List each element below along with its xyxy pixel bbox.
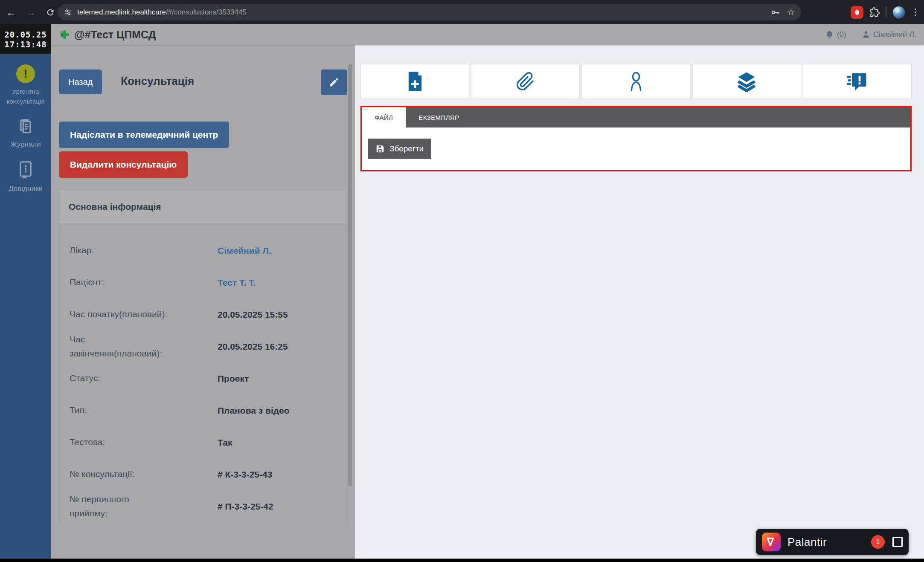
doctor-link[interactable]: Сімейний Л.	[218, 246, 337, 256]
info-row-type: Тип: Планова з відео	[70, 394, 337, 426]
toolbar-button-participants[interactable]	[581, 64, 690, 99]
info-row-status: Статус: Проект	[70, 362, 337, 394]
layers-icon	[736, 71, 757, 92]
toolbar-button-attachments[interactable]	[471, 64, 580, 99]
paperclip-icon	[516, 72, 535, 91]
back-button[interactable]: Назад	[59, 70, 102, 94]
info-row-patient: Пацієнт: Тест Т. Т.	[70, 267, 337, 298]
user-icon	[862, 30, 870, 39]
info-row-start-time: Час початку(плановий): 20.05.2025 15:55	[70, 298, 337, 330]
info-row-test: Тестова: Так	[70, 426, 337, 458]
tab-bar: ФАЙЛ ЕКЗЕМПЛЯР	[362, 107, 910, 127]
palantir-expand-icon[interactable]	[892, 537, 903, 547]
url-host: telemed.medlink.healthcare	[77, 8, 166, 17]
info-value: 20.05.2025 16:25	[218, 342, 337, 352]
info-label: Тестова:	[70, 435, 176, 449]
palantir-label: Palantir	[787, 536, 827, 549]
app-header: @#Тест ЦПМСД (0) Сімейний Л.	[51, 24, 924, 45]
info-value: Планова з відео	[218, 406, 337, 416]
save-button[interactable]: Зберегти	[368, 139, 431, 159]
floppy-disk-icon	[375, 144, 385, 154]
address-bar[interactable]: telemed.medlink.healthcare/#/consultatio…	[58, 4, 801, 20]
site-settings-icon[interactable]	[64, 8, 72, 17]
clock-date: 20.05.25	[4, 30, 47, 39]
tab-file[interactable]: ФАЙЛ	[362, 107, 406, 127]
info-label: Лікар:	[70, 243, 176, 258]
journals-icon	[16, 117, 35, 136]
info-row-consultation-number: № консультації: # К-3-3-25-43	[70, 458, 337, 490]
info-value: Так	[218, 437, 337, 448]
person-outline-icon	[627, 71, 645, 92]
patient-link[interactable]: Тест Т. Т.	[218, 278, 337, 288]
user-menu[interactable]: Сімейний Л.	[862, 30, 916, 39]
info-value: # К-3-3-25-43	[218, 469, 337, 480]
divider	[886, 7, 886, 17]
consultation-panel: Назад Консультація Надіслати в телемедич…	[51, 45, 355, 559]
save-button-label: Зберегти	[389, 144, 424, 154]
info-label: № первинного прийому:	[70, 492, 134, 520]
app-title: @#Тест ЦПМСД	[74, 29, 156, 41]
clock-time: 17:13:48	[4, 40, 47, 49]
urgent-exclamation-icon: !	[16, 64, 35, 83]
card-section-title: Основна інформація	[59, 191, 347, 223]
page-title: Консультація	[121, 75, 194, 88]
info-row-primary-visit-number: № первинного прийому: # П-3-3-25-42	[70, 490, 337, 522]
sidebar-item-journals[interactable]: Журнали	[1, 117, 50, 150]
info-value: # П-3-3-25-42	[218, 501, 337, 512]
content-panel: ФАЙЛ ЕКЗЕМПЛЯР Зберегти	[355, 45, 924, 559]
toolbar-button-comments[interactable]	[803, 64, 912, 99]
main-info-card: Основна інформація Лікар: Сімейний Л. Па…	[59, 191, 347, 526]
comment-alert-icon	[847, 72, 867, 91]
info-row-doctor: Лікар: Сімейний Л.	[70, 235, 337, 267]
send-to-telemed-center-button[interactable]: Надіслати в телемедичний центр	[59, 122, 229, 148]
browser-reload-icon[interactable]	[42, 4, 59, 21]
sidebar-item-handbooks[interactable]: Довідники	[1, 160, 50, 194]
password-key-icon[interactable]	[770, 7, 781, 17]
sidebar-item-label: Довідники	[9, 183, 43, 194]
info-row-end-time: Час закінчення(плановий): 20.05.2025 16:…	[70, 330, 337, 362]
digital-clock: 20.05.25 17:13:48	[0, 24, 51, 54]
screen-bottom-bar	[0, 559, 924, 562]
info-label: Час початку(плановий):	[70, 307, 176, 322]
profile-avatar[interactable]	[892, 6, 905, 19]
adblock-extension-icon[interactable]	[851, 6, 863, 19]
annotation-highlight-box: ФАЙЛ ЕКЗЕМПЛЯР Зберегти	[360, 106, 912, 171]
info-label: Пацієнт:	[70, 275, 176, 290]
info-label: Час закінчення(плановий):	[70, 333, 134, 360]
section-toolbar	[360, 64, 912, 99]
info-label: Статус:	[70, 371, 176, 385]
extensions-puzzle-icon[interactable]	[869, 7, 880, 17]
palantir-widget[interactable]: Palantir 1	[756, 529, 909, 555]
info-label: Тип:	[70, 403, 176, 417]
sidebar-item-urgent-consultation[interactable]: ! Ургентна консультація	[1, 64, 50, 107]
browser-forward-icon[interactable]: →	[22, 4, 39, 21]
bookmark-star-icon[interactable]: ☆	[787, 7, 795, 18]
palantir-logo-icon	[762, 533, 781, 551]
info-label: № консультації:	[70, 467, 176, 481]
bell-icon	[825, 30, 834, 39]
sidebar-item-label: Журнали	[10, 139, 41, 150]
notifications-count: (0)	[837, 30, 846, 39]
toolbar-button-medical-file[interactable]	[360, 64, 469, 99]
palantir-badge: 1	[871, 535, 885, 549]
sidebar-item-label: Ургентна консультація	[1, 87, 50, 107]
tab-instance[interactable]: ЕКЗЕМПЛЯР	[406, 107, 472, 127]
medical-cross-logo-icon	[59, 29, 70, 40]
info-value: 20.05.2025 15:55	[218, 310, 337, 320]
sidebar: 20.05.25 17:13:48 ! Ургентна консультаці…	[0, 24, 51, 559]
toolbar-button-stack[interactable]	[692, 64, 801, 99]
browser-back-icon[interactable]: ←	[3, 4, 20, 21]
delete-consultation-button[interactable]: Видалити консультацію	[59, 151, 188, 178]
pencil-icon	[328, 77, 340, 88]
user-name: Сімейний Л.	[873, 30, 916, 39]
notifications-button[interactable]: (0)	[825, 30, 846, 39]
scrollbar-thumb[interactable]	[348, 64, 352, 486]
browser-menu-icon[interactable]	[911, 9, 920, 16]
medical-file-icon	[407, 71, 423, 92]
info-value: Проект	[218, 374, 337, 384]
edit-button[interactable]	[321, 70, 347, 95]
handbooks-icon	[17, 160, 35, 180]
url-path: /#/consultations/3533445	[166, 8, 247, 17]
browser-chrome: ← → telemed.medlink.healthcare/#/consult…	[0, 0, 924, 24]
